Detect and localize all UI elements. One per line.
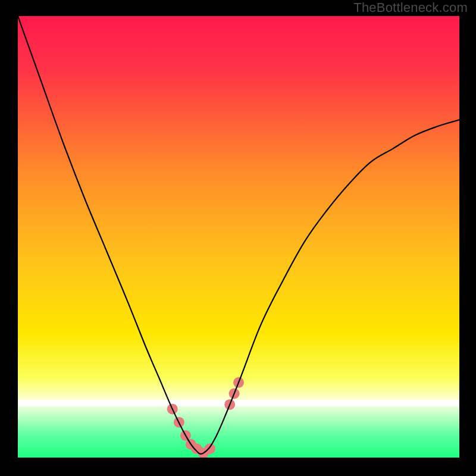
highlight-marker (205, 443, 215, 454)
chart-svg (18, 16, 459, 458)
chart-frame: TheBottleneck.com (0, 0, 476, 476)
plot-area (18, 16, 459, 458)
watermark-text: TheBottleneck.com (353, 0, 468, 15)
